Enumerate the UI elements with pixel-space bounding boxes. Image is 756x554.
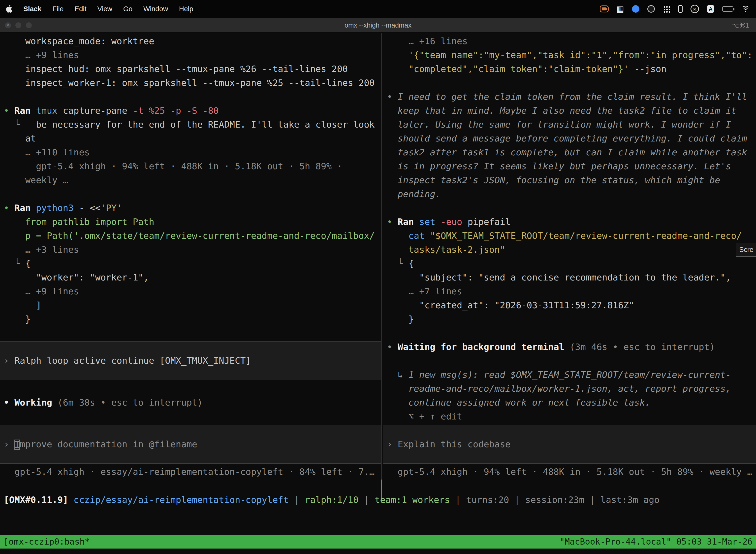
- terminal-line: [387, 76, 756, 90]
- battery-bolt-icon: ⚡: [725, 6, 729, 11]
- menu-bar-left: Slack File Edit View Go Window Help: [6, 5, 193, 13]
- terminal-line: └ {: [4, 257, 381, 271]
- terminal-line: [OMX#0.11.9] cczip/essay/ai-reimplementa…: [4, 493, 756, 507]
- terminal-line: tasks/task-2.json": [387, 243, 756, 257]
- terminal-line: }: [4, 312, 381, 326]
- terminal-line: • Working (6m 38s • esc to interrupt): [4, 396, 381, 409]
- working-status-line: • Working (6m 38s • esc to interrupt): [4, 396, 381, 409]
- terminal-line: [387, 326, 756, 340]
- menu-go[interactable]: Go: [123, 5, 132, 13]
- terminal-line: ]: [4, 298, 381, 312]
- terminal-line: should send a message before completing …: [387, 131, 756, 146]
- terminal-line: ⌥ + ↑ edit: [387, 409, 756, 424]
- screen-recording-icon[interactable]: [600, 5, 609, 12]
- terminal-line: [387, 354, 756, 368]
- prompt-placeholder-right: › Explain this codebase: [387, 437, 756, 451]
- terminal-line: … +9 lines: [4, 48, 381, 62]
- prompt-input-right[interactable]: › Explain this codebase: [383, 425, 756, 464]
- terminal-line: inspect_worker-1: omx sparkshell --tmux-…: [4, 76, 381, 90]
- terminal-line: • Ran python3 - <<'PY': [4, 201, 381, 215]
- terminal-line: • Waiting for background terminal (3m 46…: [387, 340, 756, 354]
- window-grid-icon[interactable]: ▦: [617, 5, 624, 13]
- terminal-line: readme-and-reco/mailbox/worker-1.json, a…: [387, 382, 756, 396]
- battery-icon[interactable]: ⚡: [722, 6, 733, 12]
- left-pane-output: workspace_mode: worktree … +9 lines insp…: [4, 34, 381, 326]
- terminal-line: … +9 lines: [4, 284, 381, 298]
- pane-divider[interactable]: [381, 33, 382, 502]
- terminal-line: cat "$OMX_TEAM_STATE_ROOT/team/review-cu…: [387, 229, 756, 243]
- terminal-line: › Improve documentation in @filename: [4, 437, 381, 451]
- terminal-line: inspect task2's JSON, focusing on the st…: [387, 173, 756, 187]
- tmux-status-bar: [omx-cczip0:bash* "MacBook-Pro-44.local"…: [0, 535, 756, 549]
- window-title-bar[interactable]: × omx --xhigh --madmax ⌥⌘1: [0, 18, 756, 33]
- menu-bar: Slack File Edit View Go Window Help ▦ 61…: [0, 0, 756, 18]
- input-source-icon[interactable]: A: [707, 5, 714, 13]
- terminal-line: weekly …: [4, 173, 381, 187]
- terminal-line: └ be necessary for the end of the README…: [4, 118, 381, 131]
- app-dark-icon[interactable]: [647, 5, 655, 13]
- terminal-line: … +7 lines: [387, 284, 756, 298]
- screen-share-tooltip: Scre: [736, 243, 756, 257]
- terminal-line: └ {: [387, 257, 756, 271]
- model-status-left: gpt-5.4 xhigh · essay/ai-reimplementatio…: [4, 465, 381, 479]
- terminal-line: at: [4, 131, 381, 146]
- menu-view[interactable]: View: [98, 5, 112, 13]
- terminal-pane-left[interactable]: workspace_mode: worktree … +9 lines insp…: [0, 33, 381, 512]
- terminal-line: › Explain this codebase: [387, 437, 756, 451]
- terminal-line: keep that in mind. Maybe I also need the…: [387, 104, 756, 118]
- terminal-line: › Ralph loop active continue [OMX_TMUX_I…: [4, 354, 381, 368]
- terminal-line: workspace_mode: worktree: [4, 34, 381, 48]
- terminal-line: … +110 lines: [4, 146, 381, 159]
- terminal-line: "worker": "worker-1",: [4, 271, 381, 284]
- terminal-pane-right[interactable]: … +16 lines '{"team_name":"my-team","tas…: [383, 33, 756, 512]
- terminal-line: ↳ 1 new msg(s): read $OMX_TEAM_STATE_ROO…: [387, 368, 756, 382]
- window-title: omx --xhigh --madmax: [0, 18, 756, 33]
- menu-bar-status-icons: ▦ 61 A ⚡: [600, 5, 750, 13]
- dots-grid-icon[interactable]: [663, 5, 670, 13]
- terminal-line: "completed","claim_token":"claim-token"}…: [387, 62, 756, 76]
- menu-window[interactable]: Window: [143, 5, 168, 13]
- menu-help[interactable]: Help: [179, 5, 193, 13]
- terminal-line: … +3 lines: [4, 243, 381, 257]
- terminal-line: • I need to get the claim token from the…: [387, 90, 756, 104]
- terminal-line: … +16 lines: [387, 34, 756, 48]
- tmux-session-window: [omx-cczip0:bash*: [3, 537, 90, 547]
- wifi-icon[interactable]: [741, 6, 750, 12]
- menu-file[interactable]: File: [52, 5, 63, 13]
- apple-icon[interactable]: [6, 5, 12, 13]
- terminal-line: "subject": "send a concise recommendatio…: [387, 271, 756, 284]
- terminal-line: • Ran set -euo pipefail: [387, 215, 756, 229]
- omx-session-status: [OMX#0.11.9] cczip/essay/ai-reimplementa…: [4, 493, 756, 507]
- app-blue-icon[interactable]: [632, 5, 639, 13]
- device-icon[interactable]: [678, 5, 683, 13]
- terminal-line: "created_at": "2026-03-31T11:59:27.816Z": [387, 298, 756, 312]
- terminal-line: [387, 201, 756, 215]
- terminal-line: }: [387, 312, 756, 326]
- terminal-line: later. Using the same for transition mig…: [387, 118, 756, 131]
- terminal-line: pending.: [387, 187, 756, 201]
- menu-app-name[interactable]: Slack: [23, 5, 42, 13]
- terminal-line: p = Path('.omx/state/team/review-current…: [4, 229, 381, 243]
- terminal-line: [4, 90, 381, 104]
- terminal-line: [4, 187, 381, 201]
- terminal-line: • Ran tmux capture-pane -t %25 -p -S -80: [4, 104, 381, 118]
- window-shortcut-hint: ⌥⌘1: [732, 18, 749, 33]
- terminal-line: gpt-5.4 xhigh · 94% left · 488K in · 5.1…: [4, 159, 381, 173]
- terminal-line: task2 after task1 is complete, but can I…: [387, 146, 756, 159]
- model-status-right: gpt-5.4 xhigh · 94% left · 488K in · 5.1…: [387, 465, 756, 479]
- terminal-line: continue assigned work or next feasible …: [387, 396, 756, 409]
- inject-banner-text: › Ralph loop active continue [OMX_TMUX_I…: [4, 354, 381, 368]
- right-pane-output: … +16 lines '{"team_name":"my-team","tas…: [387, 34, 756, 424]
- battery-percentage-badge[interactable]: 61: [691, 5, 699, 13]
- menu-edit[interactable]: Edit: [74, 5, 86, 13]
- terminal: workspace_mode: worktree … +9 lines insp…: [0, 33, 756, 554]
- terminal-line: '{"team_name":"my-team","task_id":"1","f…: [387, 48, 756, 62]
- terminal-line: from pathlib import Path: [4, 215, 381, 229]
- prompt-placeholder-left: › Improve documentation in @filename: [4, 437, 381, 451]
- terminal-line: is in progress? It seems likely but perh…: [387, 159, 756, 173]
- prompt-input-left[interactable]: › Improve documentation in @filename: [0, 425, 381, 464]
- inject-banner: › Ralph loop active continue [OMX_TMUX_I…: [0, 341, 381, 380]
- tmux-host-datetime: "MacBook-Pro-44.local" 05:03 31-Mar-26: [560, 537, 753, 547]
- terminal-line: inspect_hud: omx sparkshell --tmux-pane …: [4, 62, 381, 76]
- screen: Slack File Edit View Go Window Help ▦ 61…: [0, 0, 756, 554]
